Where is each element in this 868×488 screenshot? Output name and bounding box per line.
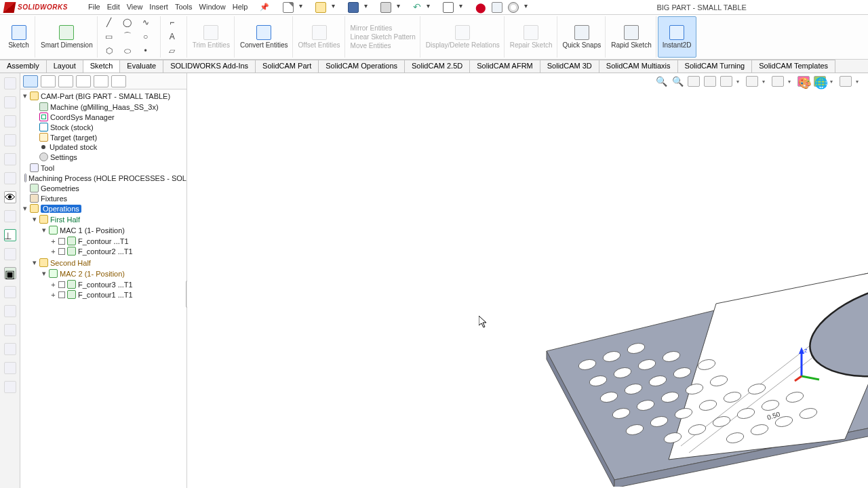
op2-checkbox[interactable] xyxy=(58,248,65,255)
tree-coordsys[interactable]: CoordSys Manager xyxy=(31,112,186,122)
display-style-drop-icon[interactable]: ▾ xyxy=(762,79,768,85)
arc-tool-icon[interactable]: ⌒ xyxy=(121,31,134,42)
line-tool-icon[interactable]: ╱ xyxy=(103,17,115,28)
cmdbar-icon-5[interactable] xyxy=(4,153,16,165)
tab-swaddins[interactable]: SOLIDWORKS Add-Ins xyxy=(163,60,256,73)
select-icon[interactable] xyxy=(443,2,454,13)
tab-layout[interactable]: Layout xyxy=(47,60,83,73)
fm-tab-appear-icon[interactable] xyxy=(111,75,126,87)
menu-insert[interactable]: Insert xyxy=(149,3,168,12)
print-icon[interactable] xyxy=(380,2,391,13)
cmdbar-icon-8[interactable] xyxy=(4,210,16,222)
menu-view[interactable]: View xyxy=(127,3,143,12)
cmdbar-icon-13[interactable] xyxy=(4,305,16,317)
view-settings-icon[interactable] xyxy=(840,76,852,87)
tab-assembly[interactable]: Assembly xyxy=(0,60,47,73)
tree-updated[interactable]: Updated stock xyxy=(31,142,186,152)
undo-dropdown-icon[interactable]: ▾ xyxy=(427,2,437,13)
ellipse-tool-icon[interactable]: ○ xyxy=(140,31,152,42)
view-orient-icon[interactable] xyxy=(720,76,732,87)
hide-show-drop-icon[interactable]: ▾ xyxy=(788,79,793,85)
tab-scops[interactable]: SolidCAM Operations xyxy=(319,60,405,73)
cmdbar-icon-12[interactable] xyxy=(4,286,16,298)
save-icon[interactable] xyxy=(348,2,359,13)
menu-file[interactable]: File xyxy=(88,3,100,12)
polygon-tool-icon[interactable]: ⬡ xyxy=(103,45,115,56)
tree-op4[interactable]: +F_contour1 ...T1 xyxy=(50,289,186,300)
cmdbar-icon-4[interactable] xyxy=(4,134,16,146)
apply-scene-drop-icon[interactable]: ▾ xyxy=(830,79,835,85)
tree-root[interactable]: ▾CAM-Part (BIG PART - SMALL TABLE) xyxy=(22,91,186,101)
tree-settings[interactable]: Settings xyxy=(31,152,186,162)
slot-tool-icon[interactable]: ⬭ xyxy=(121,45,134,56)
menu-edit[interactable]: Edit xyxy=(107,3,120,12)
op3-checkbox[interactable] xyxy=(58,281,65,288)
plane-tool-icon[interactable]: ▱ xyxy=(166,45,178,56)
section-view-icon[interactable] xyxy=(704,76,716,87)
fm-tab-prop-icon[interactable] xyxy=(58,75,73,87)
cmdbar-eye-icon[interactable]: 👁 xyxy=(4,191,16,203)
cmdbar-triad-icon[interactable]: ⟂ xyxy=(4,229,16,241)
open-doc-dropdown-icon[interactable]: ▾ xyxy=(332,2,342,13)
cmdbar-icon-16[interactable] xyxy=(4,362,16,374)
cmdbar-cube-icon[interactable]: ▣ xyxy=(4,267,16,279)
hide-show-icon[interactable] xyxy=(772,76,784,87)
tab-sc25d[interactable]: SolidCAM 2.5D xyxy=(405,60,470,73)
tree-firsthalf[interactable]: ▾First Half xyxy=(31,214,186,224)
cmdbar-icon-14[interactable] xyxy=(4,324,16,336)
cmdbar-icon-15[interactable] xyxy=(4,343,16,355)
op1-checkbox[interactable] xyxy=(58,238,65,245)
tree-operations[interactable]: ▾Operations xyxy=(22,203,186,214)
ribbon-quicksnaps-button[interactable]: Quick Snaps xyxy=(559,16,606,58)
cmdbar-icon-17[interactable] xyxy=(4,381,16,393)
tab-sctmpl[interactable]: SolidCAM Templates xyxy=(752,60,835,73)
tree-stock[interactable]: Stock (stock) xyxy=(31,122,186,132)
tree-op1[interactable]: +F_contour ...T1 xyxy=(50,236,186,246)
tab-scpart[interactable]: SolidCAM Part xyxy=(256,60,319,73)
tree-mac1[interactable]: ▾MAC 1 (1- Position) xyxy=(41,225,186,235)
tree-fixtures[interactable]: Fixtures xyxy=(22,193,186,203)
view-settings-drop-icon[interactable]: ▾ xyxy=(856,79,861,85)
menu-window[interactable]: Window xyxy=(199,3,226,12)
cmdbar-icon-10[interactable] xyxy=(4,248,16,260)
tab-scturning[interactable]: SolidCAM Turning xyxy=(678,60,753,73)
ribbon-rapidsketch-button[interactable]: Rapid Sketch xyxy=(607,16,656,58)
zoom-fit-icon[interactable]: 🔍 xyxy=(655,76,667,87)
tree-geom[interactable]: Geometries xyxy=(22,183,186,193)
apply-scene-icon[interactable]: 🌐 xyxy=(814,76,826,87)
spline-tool-icon[interactable]: ∿ xyxy=(140,17,152,28)
display-style-icon[interactable] xyxy=(746,76,758,87)
ribbon-sketch-button[interactable]: Sketch xyxy=(3,16,35,58)
edit-appearance-icon[interactable]: 🎨 xyxy=(797,76,810,87)
tree-secondhalf[interactable]: ▾Second Half xyxy=(31,258,186,268)
op4-checkbox[interactable] xyxy=(58,291,65,298)
select-dropdown-icon[interactable]: ▾ xyxy=(459,2,470,13)
zoom-area-icon[interactable]: 🔍 xyxy=(671,76,684,87)
cmdbar-icon-3[interactable] xyxy=(4,115,16,127)
tab-sketch[interactable]: Sketch xyxy=(83,60,121,73)
tree-op3[interactable]: +F_contour3 ...T1 xyxy=(50,279,186,289)
circle-tool-icon[interactable]: ◯ xyxy=(121,17,134,28)
ribbon-smart-dimension-button[interactable]: Smart Dimension xyxy=(37,16,98,58)
fm-tab-tree-icon[interactable] xyxy=(41,75,56,87)
rectangle-tool-icon[interactable]: ▭ xyxy=(103,31,115,42)
rebuild-icon[interactable]: ⬤ xyxy=(475,2,486,13)
prev-view-icon[interactable] xyxy=(688,76,700,87)
settings-dropdown-icon[interactable]: ▾ xyxy=(524,2,535,13)
fm-tab-config-icon[interactable] xyxy=(76,75,91,87)
tree-machine[interactable]: Machine (gMilling_Haas_SS_3x) xyxy=(31,102,186,112)
fm-tab-cam-icon[interactable] xyxy=(23,75,38,87)
fm-tab-display-icon[interactable] xyxy=(94,75,108,87)
settings-gear-icon[interactable] xyxy=(508,2,519,13)
new-doc-dropdown-icon[interactable]: ▾ xyxy=(299,2,310,13)
fillet-tool-icon[interactable]: ⌐ xyxy=(166,17,178,28)
text-tool-icon[interactable]: A xyxy=(166,31,178,42)
print-dropdown-icon[interactable]: ▾ xyxy=(397,2,408,13)
ribbon-convert-button[interactable]: Convert Entities xyxy=(236,16,293,58)
undo-icon[interactable]: ↶ xyxy=(413,2,421,13)
tab-scmulti[interactable]: SolidCAM Multiaxis xyxy=(599,60,678,73)
menu-tools[interactable]: Tools xyxy=(175,3,193,12)
new-doc-icon[interactable] xyxy=(283,2,294,13)
tree-tool[interactable]: Tool xyxy=(22,163,186,173)
cmdbar-icon-1[interactable] xyxy=(4,77,16,89)
